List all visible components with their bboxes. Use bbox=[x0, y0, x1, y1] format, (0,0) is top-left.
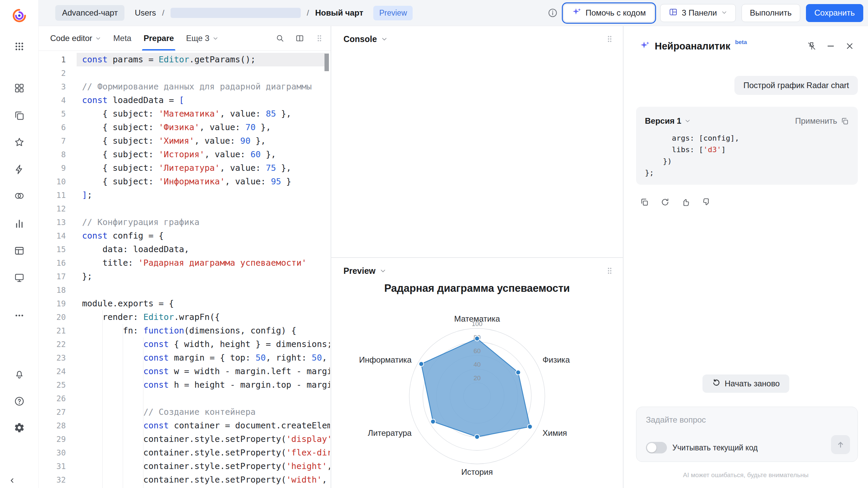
code-line: const container = document.createElement… bbox=[82, 419, 325, 432]
beta-badge: beta bbox=[735, 39, 747, 46]
env-tag: Advanced-чарт bbox=[55, 5, 124, 21]
lightning-icon[interactable] bbox=[11, 161, 27, 178]
line-number: 8 bbox=[39, 148, 66, 161]
radar-point bbox=[516, 370, 520, 375]
tab-more-label: Еще 3 bbox=[186, 34, 210, 43]
code-line: }; bbox=[82, 270, 325, 283]
radar-point bbox=[475, 336, 479, 341]
code-line: container.style.setProperty('flex-direct… bbox=[82, 446, 325, 460]
line-number: 5 bbox=[39, 107, 66, 121]
preview-title: Preview bbox=[343, 266, 376, 276]
code-line: const h = height - margin.top - margin.b… bbox=[82, 378, 325, 392]
ai-disclaimer: AI может ошибаться, будьте внимательны bbox=[624, 471, 868, 479]
snippet-line: }; bbox=[645, 167, 849, 179]
code-line: // Формирование данных для радарной диаг… bbox=[82, 80, 325, 94]
code-line: const margin = { top: 50, right: 50, bot… bbox=[82, 351, 325, 365]
panels-dropdown-button[interactable]: 3 Панели bbox=[660, 4, 736, 22]
minimize-icon[interactable] bbox=[826, 41, 835, 51]
drag-handle-icon[interactable] bbox=[315, 34, 324, 43]
presentation-icon[interactable] bbox=[11, 270, 27, 286]
save-button[interactable]: Сохранить bbox=[806, 4, 863, 22]
radar-point bbox=[431, 419, 435, 424]
run-button[interactable]: Выполнить bbox=[742, 4, 800, 22]
tab-meta[interactable]: Meta bbox=[113, 26, 131, 50]
tables-icon[interactable] bbox=[11, 243, 27, 259]
chevron-down-icon[interactable] bbox=[685, 118, 691, 124]
collections-icon[interactable] bbox=[11, 107, 27, 124]
code-line: data: loadedData, bbox=[82, 243, 325, 256]
thumbs-up-icon[interactable] bbox=[681, 198, 690, 207]
tab-prepare[interactable]: Prepare bbox=[143, 26, 174, 50]
thumbs-down-icon[interactable] bbox=[702, 198, 711, 207]
assistant-panel: Нейроаналитик beta Построй график Radar … bbox=[624, 26, 868, 488]
user-message-bubble: Построй график Radar chart bbox=[734, 76, 858, 95]
close-icon[interactable] bbox=[845, 41, 854, 51]
include-code-toggle[interactable] bbox=[646, 442, 667, 453]
editor-mode-dropdown[interactable]: Code editor bbox=[50, 26, 101, 50]
code-line: const loadedData = [ bbox=[82, 94, 325, 107]
code-editor[interactable]: 1234567891011121314151617181920212223242… bbox=[39, 51, 330, 488]
line-number: 31 bbox=[39, 460, 66, 473]
editor-scrollbar[interactable] bbox=[324, 54, 329, 71]
help-icon[interactable] bbox=[11, 393, 27, 409]
toggle-label: Учитывать текущий код bbox=[672, 443, 758, 452]
radar-tick-label: 20 bbox=[473, 374, 480, 382]
prompt-input[interactable] bbox=[646, 415, 836, 425]
breadcrumb-users[interactable]: Users bbox=[135, 8, 156, 18]
code-line: { subject: 'История', value: 60 }, bbox=[82, 148, 325, 161]
notifications-icon[interactable] bbox=[11, 366, 27, 382]
snippet-line: libs: ['d3'] bbox=[645, 144, 849, 156]
more-icon[interactable] bbox=[11, 307, 27, 324]
line-number: 25 bbox=[39, 378, 66, 392]
send-button[interactable] bbox=[831, 435, 850, 454]
copy-icon[interactable] bbox=[640, 198, 649, 207]
code-lines: const params = Editor.getParams();// Фор… bbox=[82, 53, 325, 487]
line-number: 14 bbox=[39, 229, 66, 243]
widgets-icon[interactable] bbox=[11, 80, 27, 96]
code-line: const { width, height } = dimensions; bbox=[82, 338, 325, 351]
line-number: 11 bbox=[39, 188, 66, 202]
copy-code-icon[interactable] bbox=[841, 117, 849, 125]
restart-button[interactable]: Начать заново bbox=[702, 374, 789, 393]
console-drag-handle-icon[interactable] bbox=[605, 35, 614, 43]
code-line: { subject: 'Литература', value: 75 }, bbox=[82, 161, 325, 175]
charts-icon[interactable] bbox=[11, 216, 27, 232]
editor-tabbar: Code editor Meta Prepare Еще 3 bbox=[39, 26, 331, 51]
apply-button[interactable]: Применить bbox=[795, 116, 837, 126]
code-line: const w = width - margin.left - margin.r… bbox=[82, 365, 325, 378]
help-with-code-button[interactable]: Помочь с кодом bbox=[564, 4, 654, 22]
panel-divider[interactable] bbox=[331, 257, 623, 258]
radar-chart: 20406080100МатематикаФизикаХимияИсторияЛ… bbox=[331, 298, 623, 488]
line-number: 19 bbox=[39, 297, 66, 310]
tab-more[interactable]: Еще 3 bbox=[186, 26, 218, 50]
radar-axis-label: Химия bbox=[542, 428, 567, 438]
line-number: 2 bbox=[39, 66, 66, 80]
preview-badge[interactable]: Preview bbox=[373, 6, 413, 20]
settings-gear-icon[interactable] bbox=[11, 420, 27, 436]
snippet-line: }) bbox=[645, 156, 849, 167]
radar-axis-label: Литература bbox=[368, 428, 412, 438]
regenerate-icon[interactable] bbox=[660, 198, 670, 207]
split-view-icon[interactable] bbox=[295, 34, 304, 43]
top-header: Advanced-чарт Users / / Новый чарт Previ… bbox=[39, 0, 868, 26]
assistant-title: Нейроаналитик bbox=[655, 41, 730, 52]
connections-icon[interactable] bbox=[11, 188, 27, 204]
radar-point bbox=[475, 434, 479, 439]
code-line: title: 'Радарная диаграмма успеваемости' bbox=[82, 256, 325, 270]
radar-axis-label: Физика bbox=[542, 355, 570, 364]
code-line: render: Editor.wrapFn({ bbox=[82, 310, 325, 324]
preview-drag-handle-icon[interactable] bbox=[605, 266, 614, 275]
apps-grid-icon[interactable] bbox=[11, 38, 27, 55]
radar-point bbox=[419, 362, 423, 366]
run-button-label: Выполнить bbox=[750, 8, 792, 18]
collapse-sidebar-icon[interactable] bbox=[4, 472, 20, 488]
code-line: { subject: 'Математика', value: 85 }, bbox=[82, 107, 325, 121]
search-icon[interactable] bbox=[276, 34, 284, 43]
star-icon[interactable] bbox=[11, 134, 27, 150]
preview-collapse-chevron-icon[interactable] bbox=[380, 268, 386, 274]
unpin-icon[interactable] bbox=[807, 41, 816, 51]
datalens-logo[interactable] bbox=[11, 7, 27, 24]
version-dropdown[interactable]: Версия 1 bbox=[645, 116, 681, 126]
console-collapse-chevron-icon[interactable] bbox=[381, 36, 388, 42]
info-icon[interactable] bbox=[548, 8, 558, 18]
